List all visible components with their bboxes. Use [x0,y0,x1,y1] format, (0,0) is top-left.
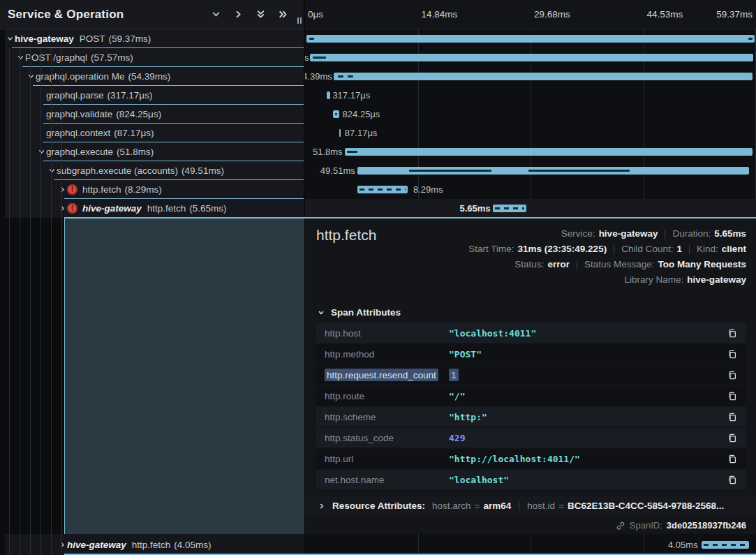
timeline-row: 57.57ms [305,48,756,67]
resource-key: host.id [527,501,555,511]
chevron-down-icon[interactable] [15,54,25,61]
copy-icon[interactable] [727,370,738,380]
span-id-row: SpanID: 3de02518937fb246 [616,520,746,531]
span-bar[interactable] [339,129,341,137]
resource-key: host.arch [432,501,471,511]
attribute-value: "http:" [449,412,487,422]
span-duration: (317.17μs) [108,90,153,101]
timeline-row-selected: 5.65ms [305,199,756,218]
copy-icon[interactable] [727,454,738,464]
equals-sign: = [475,501,480,511]
tick-label: 14.84ms [422,9,458,20]
bar-label: 57.57ms [305,52,309,63]
attribute-key: http.request.resend_count [325,369,438,381]
duration-value: 5.65ms [714,226,746,242]
span-duration: (4.05ms) [174,540,211,550]
chevron-down-icon[interactable] [36,148,46,156]
attribute-value: "http://localhost:4011/" [449,454,580,464]
chevron-down-icon[interactable] [26,73,36,80]
service-value: hive-gateway [599,226,658,242]
tree-row-http-fetch-2[interactable]: hive-gateway http.fetch (4.05ms) [0,534,304,555]
copy-icon[interactable] [727,433,738,443]
copy-icon[interactable] [727,349,738,360]
kind-label: Kind: [697,242,718,257]
panel-resize-handle[interactable] [297,17,302,24]
timeline-row: 317.17μs [305,86,756,105]
tree-row-graphql-validate[interactable]: graphql.validate (824.25μs) [0,105,304,124]
attribute-key: http.host [325,328,361,339]
kind-value: client [722,242,746,257]
attribute-key: http.scheme [325,412,376,422]
tick-label: 29.68ms [534,9,570,20]
span-attributes-section-header[interactable]: Span Attributes [316,307,401,318]
tree-row-graphql-context[interactable]: graphql.context (87.17μs) [0,124,304,142]
expand-all-icon[interactable] [278,9,288,20]
expand-one-icon[interactable] [233,9,244,20]
start-time-value: 31ms (23:35:49.225) [518,242,607,257]
attribute-value: "POST" [449,349,482,360]
chevron-down-icon[interactable] [5,35,15,43]
resource-attributes-row: Resource Attributes: host.arch = arm64 h… [305,496,756,515]
span-bar[interactable] [310,54,753,61]
tree-row-subgraph-execute[interactable]: subgraph.execute (accounts) (49.51ms) [0,161,304,180]
link-icon[interactable] [616,521,625,531]
span-operation: graphql.operation Me [36,71,125,82]
tree-panel-header: Service & Operation [0,0,304,29]
span-service: hive-gateway [15,34,74,44]
span-tree: hive-gateway POST (59.37ms) POST /graphq… [0,29,304,218]
attribute-row: http.scheme "http:" [316,407,746,427]
span-duration: (87.17μs) [114,128,154,138]
span-bar[interactable] [327,91,330,99]
timeline-row: 54.39ms [305,67,756,86]
attribute-key: http.method [325,349,374,360]
copy-icon[interactable] [727,328,738,339]
tree-row-graphql-parse[interactable]: graphql.parse (317.17μs) [0,86,304,105]
span-bar[interactable] [702,541,749,549]
span-duration: (5.65ms) [189,203,226,214]
bar-label: 317.17μs [332,90,370,101]
span-operation: subgraph.execute (accounts) [57,165,178,176]
span-bar[interactable] [345,148,753,156]
resource-value: arm64 [483,501,511,511]
chevron-right-icon[interactable] [57,186,67,193]
duration-label: Duration: [672,226,711,242]
tree-row-graphql-operation[interactable]: graphql.operation Me (54.39ms) [0,67,304,86]
span-duration: (51.8ms) [117,147,154,157]
timeline-canvas: 57.57ms 54.39ms 317.17μs 824.25μs 87.17μ… [305,29,756,218]
chevron-down-icon[interactable] [47,167,57,175]
bar-label: 87.17μs [345,128,378,138]
tree-row-hive-gateway-post[interactable]: hive-gateway POST (59.37ms) [0,29,304,48]
attribute-value: "localhost:4011" [449,328,536,339]
span-operation: POST [80,34,105,44]
span-operation: graphql.validate [46,109,112,119]
tree-row-http-fetch-1[interactable]: http.fetch (8.29ms) [0,180,304,199]
span-service: hive-gateway [82,203,142,214]
copy-icon[interactable] [727,475,738,485]
timeline-row: 49.51ms [305,161,756,180]
tree-row-graphql-execute[interactable]: graphql.execute (51.8ms) [0,142,304,161]
gridline [644,534,644,555]
collapse-all-icon[interactable] [255,9,266,20]
resource-attributes-title[interactable]: Resource Attributes: [332,501,425,511]
chevron-right-icon[interactable] [317,503,327,510]
span-bar[interactable] [357,186,408,193]
span-detail-panel: http.fetch Service: hive-gateway Duratio… [305,219,756,534]
bar-label: 8.29ms [413,184,443,195]
attribute-row: http.request.resend_count 1 [316,365,746,385]
timeline-row [305,29,756,48]
bar-label: 824.25μs [343,109,380,119]
library-name-label: Library Name: [624,272,683,288]
copy-icon[interactable] [727,391,738,401]
collapse-one-icon[interactable] [211,9,221,20]
start-time-label: Start Time: [468,242,514,257]
chevron-right-icon[interactable] [57,205,67,212]
tree-row-http-fetch-selected[interactable]: hive-gateway http.fetch (5.65ms) [0,199,304,218]
copy-icon[interactable] [727,412,738,422]
chevron-right-icon[interactable] [57,541,67,549]
span-bar[interactable] [334,73,753,80]
span-bar[interactable] [306,35,755,43]
span-operation: http.fetch [132,540,171,550]
span-bar[interactable] [493,205,526,212]
attribute-key: http.route [325,391,364,401]
tree-row-post-graphql[interactable]: POST /graphql (57.57ms) [0,48,304,67]
